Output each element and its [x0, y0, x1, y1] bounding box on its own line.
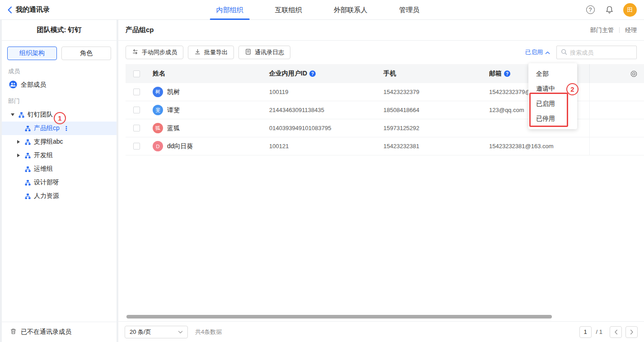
member-id: 100121: [269, 143, 383, 150]
org-icon: [25, 126, 31, 131]
member-name: 凯树: [167, 88, 180, 96]
filter-option-all[interactable]: 全部: [528, 66, 577, 81]
manual-sync-button[interactable]: 手动同步成员: [126, 46, 183, 59]
role-toggle[interactable]: 角色: [61, 47, 111, 60]
log-document-icon: [245, 48, 252, 56]
back-title: 我的通讯录: [16, 5, 50, 14]
email-help-icon[interactable]: ?: [504, 70, 510, 77]
tree-item-hr[interactable]: 人力资源: [2, 189, 117, 203]
tree-item-design-dept[interactable]: 设计部呀: [2, 176, 117, 189]
member-phone: 15423232379: [383, 89, 489, 95]
manager-role-link[interactable]: 经理: [625, 26, 637, 34]
dept-section-label: 部门: [2, 93, 117, 107]
batch-export-button[interactable]: 批量导出: [188, 46, 234, 59]
member-name: 蓝狐: [167, 124, 180, 132]
main-panel: 产品组cp 部门主管 经理 手动同步成员 批量导出: [118, 20, 644, 342]
horizontal-scrollbar[interactable]: [126, 315, 552, 319]
avatar: 狐: [153, 123, 163, 133]
caret-down-icon[interactable]: [11, 113, 19, 116]
removed-members-item[interactable]: 已不在通讯录成员: [2, 322, 117, 342]
column-header-id: 企业内用户ID: [269, 70, 307, 78]
avatar: 斐: [153, 105, 163, 115]
page-size-select[interactable]: 20 条/页: [125, 326, 188, 338]
org-icon: [25, 193, 31, 199]
tree-item-label: 支撑组abc: [34, 138, 63, 146]
row-checkbox[interactable]: [133, 143, 140, 150]
all-members-label: 全部成员: [21, 81, 46, 89]
notification-bell-icon[interactable]: [604, 5, 614, 15]
member-email: 15423232381@163.com: [489, 143, 589, 150]
tree-item-label: 钉钉团队: [28, 111, 53, 119]
tab-admin[interactable]: 管理员: [397, 0, 422, 20]
removed-members-label: 已不在通讯录成员: [21, 328, 71, 336]
contact-log-button[interactable]: 通讯录日志: [238, 46, 290, 59]
next-page-button[interactable]: [625, 326, 638, 338]
members-group-icon: [9, 80, 17, 90]
tree-item-label: 人力资源: [34, 192, 59, 200]
avatar: 树: [153, 87, 163, 97]
caret-right-icon[interactable]: [17, 154, 25, 157]
member-search-box[interactable]: [556, 46, 637, 59]
member-id: 100119: [269, 89, 383, 95]
caret-right-icon[interactable]: [17, 140, 25, 144]
row-checkbox[interactable]: [133, 89, 140, 95]
row-checkbox[interactable]: [133, 125, 140, 131]
status-filter-value: 已启用: [525, 48, 543, 56]
member-section-label: 成员: [2, 63, 117, 77]
tree-item-label: 运维组: [34, 165, 53, 173]
user-avatar[interactable]: 田: [623, 3, 637, 17]
member-name: 谭斐: [167, 106, 180, 114]
tree-item-label: 开发组: [34, 151, 53, 159]
row-checkbox[interactable]: [133, 107, 140, 113]
status-filter-dropdown[interactable]: 已启用: [525, 48, 550, 56]
sync-icon: [132, 48, 139, 56]
back-chevron-icon: [7, 6, 12, 14]
tree-item-label: 设计部呀: [34, 178, 59, 187]
top-bar: 我的通讯录 内部组织 互联组织 外部联系人 管理员 ? 田: [0, 0, 644, 20]
member-phone: 18508418664: [383, 107, 489, 113]
current-page-input[interactable]: 1: [579, 326, 592, 338]
chevron-down-icon: [178, 328, 183, 335]
tree-item-support-group[interactable]: 支撑组abc: [2, 135, 117, 149]
column-header-email: 邮箱: [489, 70, 502, 78]
member-id: 21443463091138435: [269, 107, 383, 113]
tree-item-dev-group[interactable]: 开发组: [2, 149, 117, 162]
total-pages-text: / 1: [596, 328, 602, 335]
org-structure-toggle[interactable]: 组织架构: [7, 47, 57, 60]
select-all-checkbox[interactable]: [133, 70, 140, 77]
column-header-phone: 手机: [383, 70, 489, 78]
table-row[interactable]: D dd向日葵 100121 15423232381 15423232381@1…: [126, 137, 644, 155]
back-button[interactable]: 我的通讯录: [7, 5, 50, 14]
team-mode-title: 团队模式: 钉钉: [2, 20, 117, 41]
divider: [619, 27, 620, 33]
annotation-box-step-2: [529, 93, 568, 127]
all-members-item[interactable]: 全部成员: [2, 77, 117, 93]
member-id: 0140393949101083795: [269, 125, 383, 131]
column-settings-gear-icon[interactable]: [630, 70, 637, 77]
tab-internal-org[interactable]: 内部组织: [214, 0, 246, 20]
page-title: 产品组cp: [126, 26, 154, 34]
tab-connected-org[interactable]: 互联组织: [272, 0, 305, 20]
more-options-icon[interactable]: ⋮: [63, 125, 70, 132]
avatar: D: [153, 141, 163, 151]
download-icon: [194, 48, 201, 56]
member-phone: 15423232381: [383, 143, 489, 150]
org-icon: [25, 139, 31, 145]
tab-external-contacts[interactable]: 外部联系人: [331, 0, 370, 20]
search-input[interactable]: [570, 49, 632, 56]
annotation-step-1: 1: [54, 112, 66, 124]
member-phone: 15973125292: [383, 125, 489, 131]
prev-page-button[interactable]: [610, 326, 622, 338]
dept-manager-link[interactable]: 部门主管: [590, 26, 614, 34]
help-icon[interactable]: ?: [585, 5, 595, 15]
org-icon: [25, 153, 31, 159]
sidebar: 团队模式: 钉钉 组织架构 角色 成员 全部成员 部门 钉钉团队: [2, 20, 117, 342]
tree-item-ops-group[interactable]: 运维组: [2, 162, 117, 176]
top-tabs: 内部组织 互联组织 外部联系人 管理员: [214, 0, 422, 20]
chevron-up-icon: [545, 49, 550, 56]
member-name: dd向日葵: [167, 142, 193, 150]
id-help-icon[interactable]: ?: [309, 70, 316, 77]
trash-icon: [10, 328, 17, 336]
org-icon: [25, 180, 31, 186]
content-area: 团队模式: 钉钉 组织架构 角色 成员 全部成员 部门 钉钉团队: [0, 20, 644, 342]
